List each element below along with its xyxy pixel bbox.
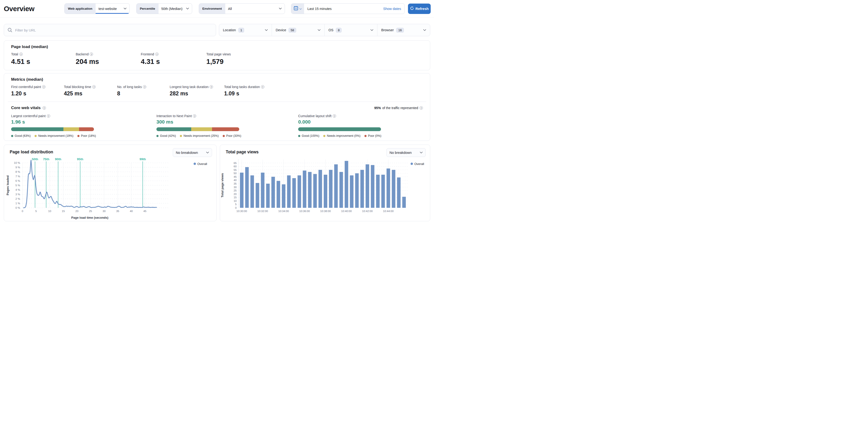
refresh-button[interactable]: Refresh bbox=[408, 4, 431, 14]
svg-text:99th: 99th bbox=[140, 158, 146, 161]
svg-text:35: 35 bbox=[234, 182, 237, 185]
legend-poor: Poor (33%) bbox=[223, 134, 241, 138]
svg-text:10:32:00: 10:32:00 bbox=[257, 210, 268, 212]
date-range-picker[interactable]: Last 15 minutes Show dates bbox=[291, 3, 405, 14]
svg-text:40: 40 bbox=[130, 210, 133, 212]
chart-legend[interactable]: Overall bbox=[193, 162, 207, 166]
svg-text:10: 10 bbox=[48, 210, 51, 212]
device-count-badge: 58 bbox=[288, 28, 296, 33]
traffic-represented-note: 95% of the traffic represented ? bbox=[374, 106, 423, 110]
search-icon bbox=[7, 27, 12, 34]
help-icon[interactable]: ? bbox=[92, 85, 96, 89]
legend-poor: Poor (0%) bbox=[365, 134, 381, 138]
environment-select[interactable]: Environment All bbox=[199, 3, 285, 14]
help-icon[interactable]: ? bbox=[155, 53, 159, 56]
svg-text:15: 15 bbox=[234, 196, 237, 199]
help-icon[interactable]: ? bbox=[210, 85, 213, 89]
breakdown-select[interactable]: No breakdown bbox=[386, 148, 426, 157]
help-icon[interactable]: ? bbox=[47, 114, 50, 118]
page-load-card: Page load (median) Total? 4.51 s Backend… bbox=[4, 40, 430, 70]
page-views-chart-title: Total page views bbox=[226, 150, 259, 154]
environment-value: All bbox=[228, 7, 232, 11]
metric-frontend: Frontend? 4.31 s bbox=[141, 52, 206, 65]
svg-text:30: 30 bbox=[234, 186, 237, 189]
svg-text:3 %: 3 % bbox=[16, 193, 20, 196]
dimension-filters: Location 1 Device 58 OS 8 Browser 16 bbox=[219, 24, 430, 36]
legend-needs-improvement: Needs improvement (0%) bbox=[323, 134, 361, 138]
metric-long-tasks: No. of long tasks? 8 bbox=[117, 85, 170, 97]
help-icon[interactable]: ? bbox=[143, 85, 146, 89]
help-icon[interactable]: ? bbox=[193, 114, 196, 118]
svg-text:15: 15 bbox=[62, 210, 65, 212]
total-page-views-card: Total page views No breakdown 0510152025… bbox=[220, 145, 430, 221]
svg-text:2 %: 2 % bbox=[16, 197, 20, 200]
svg-text:90th: 90th bbox=[55, 158, 61, 161]
section-divider bbox=[8, 101, 426, 102]
svg-text:10:36:00: 10:36:00 bbox=[299, 210, 310, 212]
legend-good: Good (100%) bbox=[298, 134, 319, 138]
page-title: Overview bbox=[4, 5, 64, 13]
svg-text:30: 30 bbox=[102, 210, 105, 212]
percentile-select[interactable]: Percentile 50th (Median) bbox=[136, 3, 192, 14]
browser-filter[interactable]: Browser 16 bbox=[377, 24, 430, 36]
location-filter[interactable]: Location 1 bbox=[219, 24, 272, 36]
web-application-value: test-website bbox=[98, 7, 117, 11]
metric-backend: Backend? 204 ms bbox=[76, 52, 141, 65]
help-icon[interactable]: ? bbox=[261, 85, 264, 89]
help-icon[interactable]: ? bbox=[420, 106, 423, 110]
svg-text:6 %: 6 % bbox=[16, 179, 20, 182]
metric-total: Total? 4.51 s bbox=[11, 52, 76, 65]
svg-text:20: 20 bbox=[75, 210, 79, 212]
cls-value: 0.000 bbox=[298, 119, 381, 125]
svg-text:45: 45 bbox=[144, 210, 147, 212]
search-input[interactable] bbox=[4, 24, 216, 36]
web-application-select[interactable]: Web application test-website bbox=[64, 3, 130, 14]
help-icon[interactable]: ? bbox=[42, 106, 46, 110]
svg-text:25: 25 bbox=[234, 189, 237, 192]
calendar-dropdown[interactable] bbox=[291, 4, 304, 14]
chevron-down-icon bbox=[317, 29, 321, 31]
svg-text:1 %: 1 % bbox=[16, 202, 20, 205]
metric-tbt: Total blocking time? 425 ms bbox=[64, 85, 117, 97]
cwv-lcp: Largest contentful paint? 1.96 s Good (6… bbox=[11, 114, 156, 138]
cls-distribution-bar bbox=[298, 127, 381, 131]
svg-text:65: 65 bbox=[234, 161, 237, 165]
svg-text:95th: 95th bbox=[77, 158, 83, 161]
chart-legend[interactable]: Overall bbox=[410, 162, 424, 166]
location-count-badge: 1 bbox=[238, 28, 244, 33]
metric-total-page-views: Total page views 1,579 bbox=[206, 52, 231, 65]
page-load-title: Page load (median) bbox=[11, 45, 423, 49]
breakdown-select[interactable]: No breakdown bbox=[173, 148, 212, 157]
top-bar: Overview Web application test-website Pe… bbox=[0, 0, 434, 18]
svg-text:5: 5 bbox=[35, 210, 37, 212]
svg-text:55: 55 bbox=[234, 169, 237, 171]
total-page-views-chart: 0510152025303540455055606510:30:0010:32:… bbox=[220, 158, 431, 222]
metrics-card: Metrics (median) First contentful paint?… bbox=[4, 73, 430, 141]
inp-value: 300 ms bbox=[156, 119, 298, 125]
svg-text:10:42:00: 10:42:00 bbox=[362, 210, 373, 212]
svg-text:75th: 75th bbox=[43, 158, 50, 161]
help-icon[interactable]: ? bbox=[42, 85, 45, 89]
svg-text:5 %: 5 % bbox=[16, 184, 20, 187]
svg-text:10:38:00: 10:38:00 bbox=[320, 210, 331, 212]
percentile-label: Percentile bbox=[136, 4, 159, 14]
legend-poor: Poor (18%) bbox=[78, 134, 96, 138]
svg-text:5: 5 bbox=[235, 203, 237, 206]
os-count-badge: 8 bbox=[336, 28, 342, 33]
show-dates-link[interactable]: Show dates bbox=[383, 7, 401, 11]
help-icon[interactable]: ? bbox=[90, 53, 93, 56]
svg-text:40: 40 bbox=[234, 179, 237, 181]
os-filter[interactable]: OS 8 bbox=[324, 24, 377, 36]
browser-count-badge: 16 bbox=[396, 28, 404, 33]
chevron-down-icon bbox=[206, 152, 209, 154]
help-icon[interactable]: ? bbox=[333, 114, 336, 118]
svg-text:Overall: Overall bbox=[414, 162, 424, 166]
chevron-down-icon bbox=[370, 29, 373, 31]
help-icon[interactable]: ? bbox=[20, 53, 23, 56]
svg-text:10:34:00: 10:34:00 bbox=[278, 210, 289, 212]
legend-good: Good (63%) bbox=[11, 134, 31, 138]
device-filter[interactable]: Device 58 bbox=[272, 24, 324, 36]
calendar-icon bbox=[294, 6, 298, 11]
svg-text:35: 35 bbox=[116, 210, 119, 212]
refresh-icon bbox=[410, 6, 414, 11]
